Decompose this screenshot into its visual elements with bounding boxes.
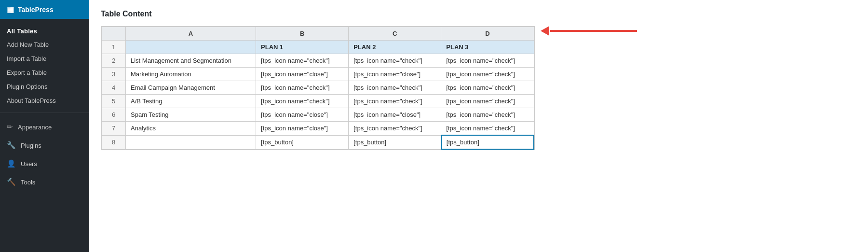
table-row: 1 PLAN 1 PLAN 2 PLAN 3 — [102, 41, 534, 54]
row-num-4: 4 — [102, 81, 126, 95]
sidebar-item-appearance[interactable]: ✏ Appearance — [0, 118, 89, 136]
cell-7-c[interactable]: [tps_icon name="check"] — [349, 122, 441, 136]
col-header-b: B — [256, 27, 349, 41]
cell-4-d[interactable]: [tps_icon name="check"] — [441, 81, 534, 95]
table-row: 4 Email Campaign Management [tps_icon na… — [102, 81, 534, 95]
tools-label: Tools — [21, 179, 35, 186]
cell-7-a[interactable]: Analytics — [126, 122, 256, 136]
all-tables-label[interactable]: All Tables — [0, 23, 89, 38]
table-row: 3 Marketing Automation [tps_icon name="c… — [102, 68, 534, 81]
plugins-label: Plugins — [21, 142, 41, 149]
appearance-label: Appearance — [18, 124, 52, 131]
tools-icon: 🔨 — [7, 178, 16, 186]
cell-8-a[interactable] — [126, 135, 256, 149]
cell-7-b[interactable]: [tps_icon name="close"] — [256, 122, 349, 136]
cell-4-b[interactable]: [tps_icon name="check"] — [256, 81, 349, 95]
col-header-d: D — [441, 27, 534, 41]
row-num-1: 1 — [102, 41, 126, 54]
sidebar-item-import-table[interactable]: Import a Table — [0, 52, 89, 66]
col-header-rownum — [102, 27, 126, 41]
cell-6-c[interactable]: [tps_icon name="close"] — [349, 108, 441, 122]
cell-3-d[interactable]: [tps_icon name="check"] — [441, 68, 534, 81]
cell-1-b[interactable]: PLAN 1 — [256, 41, 349, 54]
table-with-arrow-container: A B C D 1 PLAN 1 PLAN 2 PLAN 3 — [101, 26, 856, 150]
section-title: Table Content — [101, 10, 856, 18]
sidebar-item-plugins[interactable]: 🔧 Plugins — [0, 136, 89, 154]
cell-5-c[interactable]: [tps_icon name="check"] — [349, 95, 441, 108]
cell-3-c[interactable]: [tps_icon name="close"] — [349, 68, 441, 81]
plugins-icon: 🔧 — [7, 141, 16, 150]
cell-5-a[interactable]: A/B Testing — [126, 95, 256, 108]
cell-1-a[interactable] — [126, 41, 256, 54]
table-row: 7 Analytics [tps_icon name="close"] [tps… — [102, 122, 534, 136]
cell-6-d[interactable]: [tps_icon name="check"] — [441, 108, 534, 122]
tablepress-icon: ▦ — [7, 5, 14, 14]
cell-1-c[interactable]: PLAN 2 — [349, 41, 441, 54]
cell-2-c[interactable]: [tps_icon name="check"] — [349, 54, 441, 68]
sidebar: ▦ TablePress All Tables Add New Table Im… — [0, 0, 89, 252]
plugin-name: TablePress — [18, 6, 54, 14]
sidebar-item-add-new-table[interactable]: Add New Table — [0, 38, 89, 52]
cell-4-a[interactable]: Email Campaign Management — [126, 81, 256, 95]
table-row: 6 Spam Testing [tps_icon name="close"] [… — [102, 108, 534, 122]
cell-5-b[interactable]: [tps_icon name="check"] — [256, 95, 349, 108]
column-header-row: A B C D — [102, 27, 534, 41]
cell-3-b[interactable]: [tps_icon name="close"] — [256, 68, 349, 81]
cell-8-b[interactable]: [tps_button] — [256, 135, 349, 149]
sidebar-nav: All Tables Add New Table Import a Table … — [0, 19, 89, 191]
cell-2-b[interactable]: [tps_icon name="check"] — [256, 54, 349, 68]
cell-1-d[interactable]: PLAN 3 — [441, 41, 534, 54]
main-content: Table Content A B C D 1 — [89, 0, 868, 252]
sidebar-item-plugin-options[interactable]: Plugin Options — [0, 80, 89, 94]
row-num-2: 2 — [102, 54, 126, 68]
cell-6-b[interactable]: [tps_icon name="close"] — [256, 108, 349, 122]
cell-3-a[interactable]: Marketing Automation — [126, 68, 256, 81]
data-table: A B C D 1 PLAN 1 PLAN 2 PLAN 3 — [101, 27, 534, 150]
row-num-8: 8 — [102, 135, 126, 149]
plugin-header[interactable]: ▦ TablePress — [0, 0, 89, 19]
sidebar-item-about-tablepress[interactable]: About TablePress — [0, 94, 89, 108]
cell-8-d[interactable]: [tps_button] — [441, 135, 534, 149]
cell-5-d[interactable]: [tps_icon name="check"] — [441, 95, 534, 108]
cell-4-c[interactable]: [tps_icon name="check"] — [349, 81, 441, 95]
row-num-7: 7 — [102, 122, 126, 136]
arrow-line — [550, 30, 637, 32]
table-row: 5 A/B Testing [tps_icon name="check"] [t… — [102, 95, 534, 108]
table-wrapper: A B C D 1 PLAN 1 PLAN 2 PLAN 3 — [101, 26, 535, 150]
cell-6-a[interactable]: Spam Testing — [126, 108, 256, 122]
row-num-5: 5 — [102, 95, 126, 108]
cell-2-d[interactable]: [tps_icon name="check"] — [441, 54, 534, 68]
col-header-a: A — [126, 27, 256, 41]
sidebar-divider — [0, 112, 89, 113]
users-icon: 👤 — [7, 159, 16, 168]
appearance-icon: ✏ — [7, 123, 13, 131]
cell-7-d[interactable]: [tps_icon name="check"] — [441, 122, 534, 136]
row-num-6: 6 — [102, 108, 126, 122]
cell-8-c[interactable]: [tps_button] — [349, 135, 441, 149]
arrow-head — [541, 26, 549, 36]
red-arrow-container — [541, 26, 637, 36]
table-row: 2 List Management and Segmentation [tps_… — [102, 54, 534, 68]
sidebar-item-users[interactable]: 👤 Users — [0, 154, 89, 173]
cell-2-a[interactable]: List Management and Segmentation — [126, 54, 256, 68]
sidebar-item-export-table[interactable]: Export a Table — [0, 66, 89, 80]
table-row: 8 [tps_button] [tps_button] [tps_button] — [102, 135, 534, 149]
row-num-3: 3 — [102, 68, 126, 81]
users-label: Users — [21, 160, 37, 168]
sidebar-item-tools[interactable]: 🔨 Tools — [0, 173, 89, 191]
col-header-c: C — [349, 27, 441, 41]
